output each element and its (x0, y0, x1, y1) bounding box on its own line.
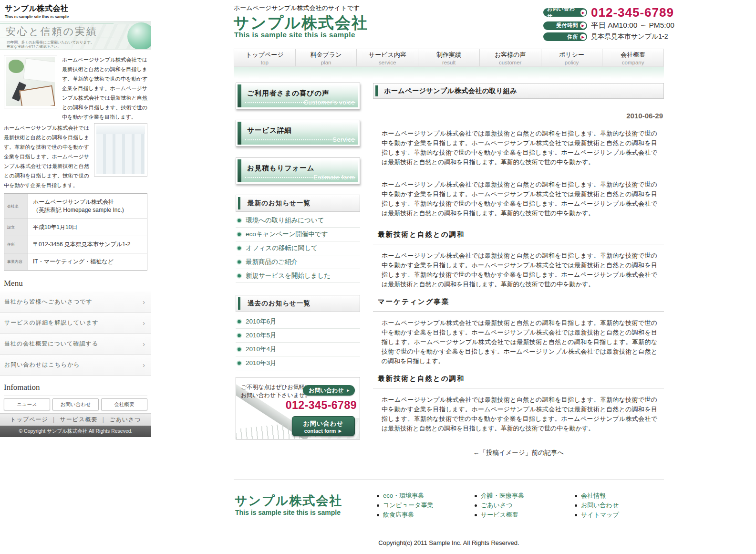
accent-bar (238, 122, 241, 145)
archive-item[interactable]: 2010年5月 (236, 329, 360, 343)
footer-link[interactable]: サービス概要 (475, 512, 524, 518)
previous-article-link[interactable]: ←「投稿イメージ」前の記事へ (373, 449, 664, 457)
contact-row-address: 住所 ▶ 見本県見本市サンプル1-2 (543, 32, 674, 41)
section-body: ホームページサンプル株式会社では最新技術と自然との調和を目指します。革新的な技術… (382, 251, 657, 289)
news-item[interactable]: オフィスの移転に関して (236, 241, 360, 255)
sidebar-footer-nav: トップページ ｜ サービス概要 ｜ ごあいさつ (0, 413, 151, 426)
table-row: 住所 〒012-3456 見本県見本市サンプル1-2 (4, 236, 147, 253)
banner-service-detail[interactable]: サービス詳細 Service (236, 120, 360, 146)
contact-message: ご不明な点はぜひお気軽に お問い合わせ下さいませ。 (241, 383, 311, 399)
footer-link-column-2: 介護・医療事業 ごあいさつ サービス概要 (475, 492, 524, 521)
archive-item[interactable]: 2010年3月 (236, 356, 360, 370)
nav-accent-band (234, 67, 664, 79)
footer-link[interactable]: 介護・医療事業 (475, 492, 524, 499)
news-item[interactable]: ecoキャンペーン開催中です (236, 228, 360, 241)
row-label: 事業内容 (4, 253, 28, 270)
separator: ｜ (100, 416, 106, 424)
sidebar-menu-item-contact[interactable]: お問い合わせはこちらから › (0, 355, 151, 376)
address-pill-label: 住所 ▶ (543, 32, 587, 41)
row-label: 会社名 (4, 194, 28, 219)
separator: ｜ (51, 416, 57, 424)
bullet-icon (238, 247, 241, 250)
bullet-icon (377, 514, 379, 516)
intro-text-2: ホームページサンプル株式会社では最新技術と自然との調和を目指します。革新的な技術… (4, 123, 89, 190)
main-nav: トップページ top 料金プラン plan サービス内容 service 制作実… (234, 49, 664, 67)
article-paragraph: ホームページサンプル株式会社では最新技術と自然との調和を目指します。革新的な技術… (382, 180, 657, 218)
article: ホームページサンプル株式会社の取り組み 2010-06-29 ホームページサンプ… (373, 83, 664, 465)
tab-service[interactable]: サービス内容 service (357, 49, 418, 66)
hours-pill-label: 受付時間 ▶ (543, 21, 587, 30)
bullet-icon (377, 495, 379, 497)
section-body: ホームページサンプル株式会社では最新技術と自然との調和を目指します。革新的な技術… (382, 395, 657, 433)
tab-result[interactable]: 制作実績 result (418, 49, 480, 66)
bullet-icon (575, 514, 577, 516)
footer-link[interactable]: コンピュータ事業 (377, 502, 434, 509)
arrow-circle-icon: ▶ (580, 34, 586, 40)
tab-customer[interactable]: お客様の声 customer (480, 49, 541, 66)
news-item[interactable]: 新規サービスを開始しました (236, 269, 360, 283)
section-heading: 最新技術と自然との調和 (373, 374, 664, 388)
archive-item[interactable]: 2010年6月 (236, 315, 360, 329)
sidebar-logo[interactable]: サンプル株式会社 This is sample site this is sam… (5, 4, 69, 19)
tab-plan[interactable]: 料金プラン plan (296, 49, 357, 66)
site-notice: ホームページサンプル株式会社のサイトです (234, 4, 360, 12)
news-item[interactable]: 最新商品のご紹介 (236, 255, 360, 269)
sidebar-hero-banner: 安心と信頼の実績 20年間、多くのお客様にご愛顧いただいております。 豊富な実績… (0, 21, 151, 50)
contact-form-button[interactable]: お問い合わせ contact form ► (292, 416, 355, 436)
footer-link[interactable]: 飲食店事業 (377, 512, 434, 518)
sidebar-intro-block-2: ホームページサンプル株式会社では最新技術と自然との調和を目指します。革新的な技術… (4, 123, 147, 190)
middle-column: ご利用者さまの喜びの声 Customer's voice サービス詳細 Serv… (236, 82, 360, 445)
company-button[interactable]: 会社概要 (101, 398, 147, 410)
footer-link[interactable]: サイトマップ (575, 512, 619, 518)
contact-row-inquiry: お問い合わせ ▶ 012-345-6789 (543, 6, 674, 19)
article-date: 2010-06-29 (626, 112, 663, 120)
sidebar-menu-item-service[interactable]: サービスの詳細を解説しています › (0, 313, 151, 334)
sidebar-menu-item-greeting[interactable]: 当社から皆様へごあいさつです › (0, 292, 151, 313)
sidebar-copyright: © Copyright サンプル株式会社 All Rights Reseved. (0, 426, 151, 437)
inquiry-pill-button[interactable]: お問い合わせ ▶ (543, 8, 587, 17)
divider (0, 23, 114, 24)
photo-office (94, 123, 147, 177)
chevron-right-icon: › (143, 361, 145, 369)
sidebar: サンプル株式会社 This is sample site this is sam… (0, 0, 151, 437)
article-title: ホームページサンプル株式会社の取り組み (384, 87, 517, 95)
footnav-service-link[interactable]: サービス概要 (60, 416, 98, 424)
arrow-circle-icon: ▶ (580, 10, 586, 16)
news-item[interactable]: 環境への取り組みについて (236, 214, 360, 228)
bullet-icon (575, 504, 577, 507)
accent-bar (238, 84, 241, 107)
banner-customer-voice[interactable]: ご利用者さまの喜びの声 Customer's voice (236, 83, 360, 109)
chevron-right-icon: › (143, 340, 145, 348)
banner-estimate-form[interactable]: お見積もりフォーム Estimate form (236, 157, 360, 184)
tab-company[interactable]: 会社概要 company (602, 49, 664, 66)
company-info-table: 会社名 ホームページサンプル株式会社 （英語表記 Homepage sample… (4, 193, 147, 271)
bullet-icon (238, 362, 241, 365)
tab-policy[interactable]: ポリシー policy (541, 49, 603, 66)
footer-site-title[interactable]: サンプル株式会社 (235, 492, 342, 509)
article-title-box: ホームページサンプル株式会社の取り組み (373, 83, 664, 99)
intro-text-1: ホームページサンプル株式会社では最新技術と自然との調和を目指します。革新的な技術… (62, 55, 147, 122)
contact-promo-box: ご不明な点はぜひお気軽に お問い合わせ下さいませ。 お問い合わせ ▸ 012-3… (236, 377, 360, 439)
footer-link[interactable]: お問い合わせ (575, 502, 619, 509)
chevron-right-icon: › (143, 319, 145, 327)
hero-caption: 20年間、多くのお客様にご愛顧いただいております。 豊富な実績もぜひご確認下さい… (7, 40, 94, 49)
hero-title: 安心と信頼の実績 (6, 25, 98, 38)
contact-button[interactable]: お問い合わせ (52, 398, 99, 410)
row-label: 設立 (4, 219, 28, 236)
sidebar-logo-title: サンプル株式会社 (5, 4, 69, 14)
footer-copyright: Copyright(c) 2011 Sample Inc. All Rights… (234, 539, 664, 546)
footnav-top-link[interactable]: トップページ (10, 416, 48, 424)
bullet-icon (238, 219, 241, 222)
contact-pill-button[interactable]: お問い合わせ ▸ (303, 385, 355, 396)
menu-heading: Menu (4, 279, 147, 292)
footer-link[interactable]: eco・環境事業 (377, 492, 434, 499)
news-button[interactable]: ニュース (4, 398, 50, 410)
footer-link[interactable]: ごあいさつ (475, 502, 524, 509)
archive-item[interactable]: 2010年4月 (236, 343, 360, 356)
ceiling-texture (96, 125, 145, 134)
footnav-greeting-link[interactable]: ごあいさつ (109, 416, 141, 424)
bullet-icon (238, 274, 241, 278)
footer-link[interactable]: 会社情報 (575, 492, 619, 499)
tab-top[interactable]: トップページ top (234, 49, 296, 66)
sidebar-menu-item-company[interactable]: 当社の会社概要について確認する › (0, 334, 151, 355)
